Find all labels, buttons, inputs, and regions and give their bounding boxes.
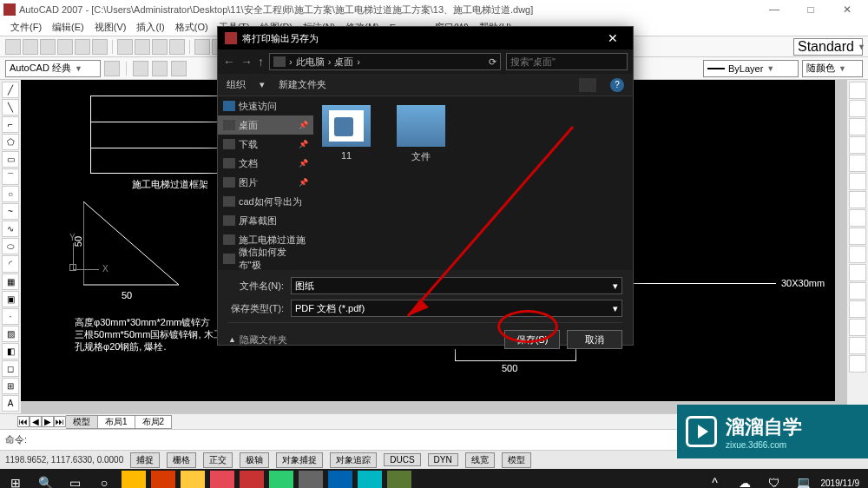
undo-icon[interactable] [194, 39, 210, 55]
chamfer-tool-icon[interactable] [849, 319, 866, 336]
sidebar-downloads[interactable]: 下载📌 [218, 135, 313, 154]
arc-tool-icon[interactable]: ⌒ [2, 168, 19, 185]
sidebar-folder-4[interactable]: 微信如何发布"极 [218, 249, 313, 268]
lwt-toggle[interactable]: 线宽 [465, 452, 495, 468]
tray-icon[interactable]: ☁ [733, 471, 757, 488]
sidebar-folder-1[interactable]: cad如何导出为 [218, 192, 313, 211]
explode-tool-icon[interactable] [849, 355, 866, 373]
start-button-icon[interactable]: ⊞ [3, 471, 28, 488]
file-item[interactable]: 文件 [397, 105, 445, 163]
hatch-tool-icon[interactable]: ▨ [2, 326, 19, 342]
mirror-tool-icon[interactable] [849, 118, 866, 135]
text-style-combo[interactable]: Standard ▼ [793, 38, 863, 56]
circle-tool-icon[interactable]: ○ [2, 186, 19, 202]
save-button[interactable]: 保存(S) [504, 330, 560, 349]
tab-prev-icon[interactable]: ◀ [30, 416, 42, 427]
forward-icon[interactable]: → [240, 55, 253, 69]
breadcrumb-desktop[interactable]: 桌面 [334, 56, 353, 69]
app-icon[interactable] [240, 471, 264, 488]
autocad-task-icon[interactable] [387, 471, 411, 488]
tab-last-icon[interactable]: ⏭ [54, 416, 66, 427]
scale-tool-icon[interactable] [849, 209, 866, 227]
help-icon[interactable]: ? [610, 78, 624, 92]
back-icon[interactable]: ← [223, 55, 235, 69]
vertical-scrollbar[interactable] [835, 80, 847, 413]
search-input[interactable]: 搜索"桌面" [506, 53, 628, 70]
sidebar-folder-2[interactable]: 屏幕截图 [218, 211, 313, 230]
cancel-button[interactable]: 取消 [567, 330, 622, 349]
table-tool-icon[interactable]: ⊞ [2, 378, 19, 394]
rotate-tool-icon[interactable] [849, 191, 866, 208]
trim-tool-icon[interactable] [849, 246, 866, 263]
tray-up-icon[interactable]: ^ [703, 471, 727, 488]
new-folder-button[interactable]: 新建文件夹 [279, 78, 326, 91]
filetype-combo[interactable]: PDF 文档 (*.pdf) ▾ [291, 300, 622, 317]
join-tool-icon[interactable] [849, 300, 866, 318]
extend-tool-icon[interactable] [849, 264, 866, 281]
path-breadcrumb[interactable]: › 此电脑 › 桌面 › ⟳ [269, 53, 501, 70]
wps-icon[interactable] [328, 471, 352, 488]
grid-toggle[interactable]: 栅格 [167, 452, 196, 468]
point-tool-icon[interactable]: · [2, 308, 19, 325]
fillet-tool-icon[interactable] [849, 337, 866, 354]
model-toggle[interactable]: 模型 [502, 452, 531, 468]
file-list[interactable]: 11 文件 [313, 96, 633, 270]
app-icon[interactable] [181, 471, 205, 488]
stretch-tool-icon[interactable] [849, 228, 866, 245]
open-icon[interactable] [23, 39, 38, 55]
file-explorer-icon[interactable] [122, 471, 146, 488]
print-icon[interactable] [57, 39, 73, 55]
linetype-combo[interactable]: ByLayer ▼ [703, 60, 799, 77]
sidebar-desktop[interactable]: 桌面📌 [218, 115, 313, 135]
dyn-toggle[interactable]: DYN [428, 453, 458, 466]
tab-layout2[interactable]: 布局2 [135, 415, 173, 429]
collapse-icon[interactable]: ▲ [228, 335, 236, 344]
tab-first-icon[interactable]: ⏮ [17, 416, 30, 427]
ortho-toggle[interactable]: 正交 [203, 452, 233, 468]
minimize-button[interactable]: — [757, 2, 792, 17]
menu-format[interactable]: 格式(O) [172, 21, 212, 34]
move-tool-icon[interactable] [849, 173, 866, 190]
app-icon[interactable] [358, 471, 382, 488]
region-tool-icon[interactable]: ◻ [2, 360, 19, 377]
organize-menu[interactable]: 组织 [227, 78, 246, 91]
filename-input[interactable]: 图纸 ▾ [291, 277, 622, 294]
copy-icon[interactable] [135, 39, 150, 55]
task-view-icon[interactable]: ▭ [62, 471, 87, 488]
break-tool-icon[interactable] [849, 282, 866, 300]
paste-icon[interactable] [152, 39, 168, 55]
new-icon[interactable] [5, 39, 21, 55]
line-tool-icon[interactable]: ╱ [2, 82, 19, 98]
polygon-tool-icon[interactable]: ⬠ [2, 134, 19, 150]
breadcrumb-pc[interactable]: 此电脑 [296, 56, 325, 69]
up-icon[interactable]: ↑ [258, 55, 264, 69]
refresh-icon[interactable]: ⟳ [489, 56, 496, 68]
file-item[interactable]: 11 [322, 105, 371, 161]
erase-tool-icon[interactable] [849, 82, 866, 99]
sidebar-pictures[interactable]: 图片📌 [218, 173, 313, 192]
layer-states-icon[interactable] [171, 61, 187, 76]
layer-manager-icon[interactable] [152, 61, 168, 76]
chevron-down-icon[interactable]: ▾ [613, 280, 618, 292]
app-icon[interactable] [151, 471, 175, 488]
tab-layout1[interactable]: 布局1 [98, 415, 135, 429]
gradient-tool-icon[interactable]: ◧ [2, 343, 19, 359]
offset-tool-icon[interactable] [849, 136, 866, 154]
app-icon[interactable] [299, 471, 323, 488]
spline-tool-icon[interactable]: ∿ [2, 221, 19, 237]
layer-icon[interactable] [133, 61, 148, 76]
snap-toggle[interactable]: 捕捉 [130, 452, 160, 468]
dialog-close-button[interactable]: ✕ [600, 30, 626, 47]
ellipse-tool-icon[interactable]: ⬭ [2, 238, 19, 254]
text-tool-icon[interactable]: A [2, 395, 19, 412]
xline-tool-icon[interactable]: ╲ [2, 99, 19, 115]
search-icon[interactable]: 🔍 [33, 471, 57, 488]
cut-icon[interactable] [117, 39, 133, 55]
close-button[interactable]: ✕ [830, 2, 865, 17]
chevron-down-icon[interactable]: ▾ [613, 303, 618, 314]
publish-icon[interactable] [92, 39, 108, 55]
menu-file[interactable]: 文件(F) [7, 21, 45, 34]
insert-block-tool-icon[interactable]: ▦ [2, 274, 19, 290]
ducs-toggle[interactable]: DUCS [384, 453, 420, 466]
preview-icon[interactable] [75, 39, 90, 55]
